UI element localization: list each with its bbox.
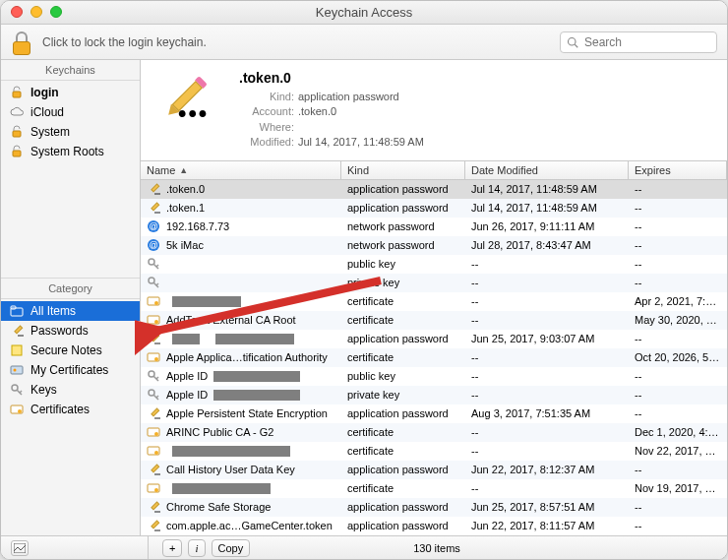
row-date: Jul 28, 2017, 8:43:47 AM (465, 237, 629, 253)
svg-point-44 (158, 342, 160, 344)
keychain-label: System Roots (30, 145, 104, 158)
search-field[interactable] (560, 31, 717, 53)
cert-icon (9, 402, 25, 417)
row-expires: -- (629, 368, 727, 384)
row-kind: application password (341, 200, 465, 216)
table-row[interactable]: AddTrust External CA Rootcertificate--Ma… (141, 311, 727, 330)
category-item[interactable]: My Certificates (1, 360, 140, 380)
cert-icon (147, 350, 160, 364)
keychain-item[interactable]: login (1, 83, 140, 102)
search-icon (567, 36, 578, 48)
pencil-icon (147, 500, 160, 514)
row-expires: -- (629, 331, 727, 346)
add-item-button[interactable]: + (162, 539, 182, 557)
svg-text:@: @ (149, 221, 157, 231)
category-item[interactable]: Passwords (1, 321, 140, 341)
row-kind: certificate (341, 349, 465, 365)
svg-point-54 (154, 417, 156, 419)
category-item[interactable]: Secure Notes (1, 341, 140, 360)
table-row[interactable]: ARINC Public CA - G2certificate--Dec 1, … (141, 423, 727, 442)
sort-indicator-icon: ▲ (179, 165, 188, 175)
svg-point-24 (154, 212, 156, 214)
category-item[interactable]: Keys (1, 380, 140, 400)
table-row[interactable]: .token.1application passwordJul 14, 2017… (141, 199, 727, 218)
table-row[interactable]: certificate--Nov 22, 2017, 4:59:59 (141, 442, 727, 461)
table-row[interactable]: Chrome Safe Storageapplication passwordJ… (141, 498, 727, 517)
svg-point-72 (154, 529, 156, 531)
table-row[interactable]: Apple Persistent State Encryptionapplica… (141, 404, 727, 423)
table-row[interactable]: Call History User Data Keyapplication pa… (141, 461, 727, 479)
sidebar-keychains-header: Keychains (1, 60, 140, 81)
svg-line-36 (156, 283, 158, 285)
keychain-item[interactable]: System Roots (1, 142, 140, 161)
info-button[interactable]: i (188, 539, 205, 557)
table-row[interactable]: @192.168.7.73network passwordJun 26, 201… (141, 218, 727, 236)
lock-open-icon (9, 124, 25, 140)
table-row[interactable]: @5k iMacnetwork passwordJul 28, 2017, 8:… (141, 236, 727, 255)
row-name: Chrome Safe Storage (166, 501, 271, 513)
svg-point-42 (154, 342, 156, 344)
key-icon (147, 276, 160, 289)
show-hidden-button[interactable] (11, 540, 29, 556)
search-input[interactable] (582, 34, 710, 50)
pencil-icon (147, 332, 160, 345)
table-row[interactable]: certificate--Nov 19, 2017, 4:59:59 P (141, 479, 727, 498)
row-name: Call History User Data Key (166, 464, 295, 475)
redaction (213, 371, 300, 382)
row-date: -- (465, 387, 629, 403)
column-kind[interactable]: Kind (341, 161, 465, 179)
pencil-dots-icon (9, 323, 25, 339)
svg-rect-67 (152, 502, 159, 510)
row-expires: May 30, 2020, 4:38:38 (629, 312, 727, 328)
svg-rect-83 (14, 543, 26, 553)
svg-point-9 (20, 335, 22, 337)
zoom-button[interactable] (50, 6, 62, 18)
category-item[interactable]: Certificates (1, 400, 140, 419)
item-count: 130 items (413, 542, 460, 554)
pencil-icon (147, 463, 160, 476)
svg-line-1 (575, 44, 577, 47)
close-button[interactable] (11, 6, 23, 18)
column-date-modified[interactable]: Date Modified (465, 161, 629, 179)
svg-line-16 (20, 391, 22, 393)
svg-rect-23 (152, 203, 159, 211)
table-row[interactable]: public key---- (141, 255, 727, 274)
table-row[interactable]: Apple ID private key---- (141, 386, 727, 404)
row-name: com.apple.ac…GameCenter.token (166, 520, 333, 531)
sidebar-category-header: Category (1, 278, 140, 299)
table-row[interactable]: Apple Applica…tification Authoritycertif… (141, 348, 727, 367)
row-kind: private key (341, 387, 465, 403)
column-name[interactable]: Name▲ (141, 161, 341, 179)
items-table[interactable]: Name▲ Kind Date Modified Expires .token.… (141, 161, 727, 535)
svg-rect-7 (15, 326, 23, 334)
table-row[interactable]: com.apple.ac…GameCenter.tokenapplication… (141, 517, 727, 535)
table-row[interactable]: application passwordJun 25, 2017, 9:03:0… (141, 330, 727, 348)
row-date: -- (465, 293, 629, 309)
row-expires: -- (629, 387, 727, 403)
column-expires[interactable]: Expires (629, 161, 727, 179)
titlebar: Keychain Access (1, 1, 727, 25)
table-row[interactable]: private key---- (141, 274, 727, 292)
minimize-button[interactable] (30, 6, 42, 18)
row-kind: certificate (341, 312, 465, 328)
table-row[interactable]: certificate--Apr 2, 2021, 7:53:42 AM (141, 292, 727, 311)
svg-point-58 (154, 432, 158, 436)
row-expires: -- (629, 218, 727, 234)
table-row[interactable]: Apple ID public key---- (141, 367, 727, 386)
category-item[interactable]: All Items (1, 301, 140, 321)
at-icon: @ (147, 238, 160, 252)
keychain-item[interactable]: System (1, 122, 140, 142)
note-icon (9, 342, 25, 358)
detail-modified: Jul 14, 2017, 11:48:59 AM (298, 135, 424, 150)
row-name: 5k iMac (166, 239, 204, 251)
lock-keychain-button[interactable] (11, 30, 32, 55)
row-kind: private key (341, 275, 465, 290)
copy-button[interactable]: Copy (212, 539, 251, 557)
table-row[interactable]: .token.0application passwordJul 14, 2017… (141, 180, 727, 199)
svg-rect-12 (11, 366, 23, 374)
cert-icon (147, 425, 160, 439)
svg-point-21 (156, 193, 158, 195)
keychain-item[interactable]: iCloud (1, 102, 140, 122)
cert-icon (147, 294, 160, 308)
svg-point-70 (158, 511, 160, 513)
